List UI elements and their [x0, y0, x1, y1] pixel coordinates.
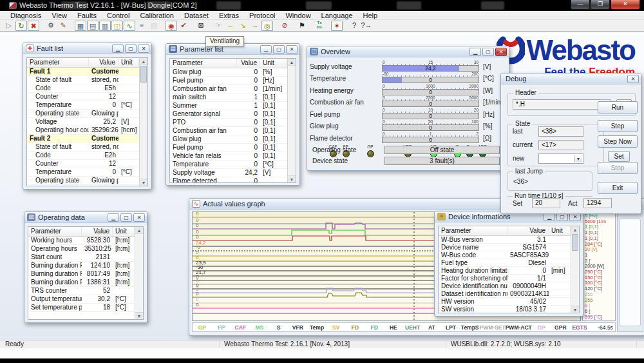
- stop-box-icon[interactable]: ⊠: [195, 21, 207, 31]
- debug-header-input[interactable]: *.H: [513, 99, 611, 110]
- table-row[interactable]: Voltage25,2[V]: [27, 185, 139, 186]
- menu-item-diagnosis[interactable]: Diagnosis: [5, 12, 46, 19]
- table-row[interactable]: Voltage25,2[V]: [27, 118, 139, 126]
- column-header-parameter[interactable]: Parameter: [170, 59, 237, 68]
- scroll-up-icon[interactable]: ▲: [571, 226, 579, 233]
- connect-icon[interactable]: ▷: [3, 21, 15, 31]
- table-row[interactable]: Fuel pump0[0,1]: [170, 144, 287, 152]
- table-row[interactable]: State of faultstored, not a...: [27, 76, 139, 84]
- table-row[interactable]: Combustion air fan0[0,1]: [170, 127, 287, 135]
- table-row[interactable]: Temperature0[°C]: [27, 101, 139, 110]
- overview-close-button[interactable]: ✕: [495, 48, 507, 56]
- scroll-down-icon[interactable]: ▼: [571, 306, 579, 313]
- table-row[interactable]: main switch1[0,1]: [170, 93, 287, 102]
- control-icon[interactable]: ⚙: [45, 21, 57, 31]
- parameter-list-close-button[interactable]: ✕: [286, 45, 298, 54]
- debug-step-now-button[interactable]: Step Now: [598, 135, 638, 148]
- table-row[interactable]: Start count2131: [28, 253, 135, 262]
- table-row[interactable]: Glow plug0[0,1]: [170, 135, 287, 144]
- table-row[interactable]: Counter12: [27, 160, 139, 168]
- scroll-up-icon[interactable]: ▲: [288, 59, 296, 66]
- refresh-icon[interactable]: ↻: [15, 21, 27, 31]
- parameter-list-maximize-button[interactable]: ▢: [273, 45, 285, 54]
- debug-runtime-set-input[interactable]: 20: [532, 198, 560, 208]
- table-scrollbar[interactable]: ▲▼: [287, 59, 296, 182]
- table-row[interactable]: Flame detected0: [170, 177, 287, 182]
- table-row[interactable]: Temperature0[°C]: [27, 168, 139, 177]
- flag-icon[interactable]: ⚑: [296, 21, 308, 31]
- manual-control-icon[interactable]: ✎: [57, 21, 69, 31]
- hand-icon[interactable]: ☞: [213, 21, 224, 31]
- table-row[interactable]: HW version45/02: [439, 298, 571, 306]
- column-header-value[interactable]: Value: [237, 59, 260, 68]
- txrx-icon[interactable]: Tx Rx: [314, 21, 325, 31]
- debug-titlebar[interactable]: Debug ✕: [501, 74, 641, 84]
- table-row[interactable]: Factor for shortening of ve...1/1: [439, 275, 571, 282]
- debug-close-button[interactable]: ✕: [627, 75, 639, 83]
- table-row[interactable]: Fuel typeDiesel: [439, 259, 571, 267]
- operating-data-minimize-button[interactable]: ▁: [108, 213, 119, 222]
- table-row[interactable]: Output temperature30,2[°C]: [28, 295, 135, 304]
- column-header-parameter[interactable]: Parameter: [439, 226, 507, 235]
- table-row[interactable]: Burning duration PH 3...8017:49[h:m]: [28, 270, 135, 279]
- back-icon[interactable]: ←: [225, 21, 236, 31]
- column-header-value[interactable]: Value: [89, 58, 118, 67]
- debug-set-button[interactable]: Set: [608, 151, 630, 162]
- scroll-down-icon[interactable]: ▼: [140, 179, 147, 186]
- table-row[interactable]: Glow plug0[%]: [170, 68, 287, 77]
- table-row[interactable]: Operating stateGlowing po...: [27, 177, 139, 185]
- scroll-down-icon[interactable]: ▼: [135, 312, 143, 319]
- debug-step-button[interactable]: Step: [598, 120, 638, 132]
- table-row[interactable]: SW version18/03 3.17: [439, 306, 571, 313]
- menu-item-extras[interactable]: Extras: [214, 12, 244, 19]
- menu-item-control[interactable]: Control: [102, 12, 135, 19]
- scroll-up-icon[interactable]: ▲: [140, 58, 147, 65]
- maximize-button[interactable]: ❐: [591, 0, 610, 10]
- column-header-value[interactable]: Value: [82, 227, 113, 236]
- debug-exit-button[interactable]: Exit: [598, 182, 638, 194]
- table-row[interactable]: W-Bus version3.1: [439, 236, 571, 244]
- table-row[interactable]: Device identification numb...09000049H: [439, 282, 571, 290]
- table-row[interactable]: CodeE2h: [27, 152, 139, 160]
- scrollbar-thumb[interactable]: [572, 234, 578, 251]
- table-row[interactable]: Temperature0[°C]: [170, 161, 287, 169]
- table-row[interactable]: Set temperature poten...18[°C]: [28, 304, 135, 312]
- table-row[interactable]: TRS counter52: [28, 287, 135, 295]
- table-row[interactable]: Dataset identification num...09003214K11: [439, 290, 571, 298]
- fault-list-maximize-button[interactable]: ▢: [125, 44, 137, 53]
- operating-data-titlebar[interactable]: ▥ Operating data ▁ ▢ ✕: [24, 212, 147, 223]
- scroll-down-icon[interactable]: ▼: [288, 175, 296, 182]
- menu-item-calibration[interactable]: Calibration: [135, 12, 179, 19]
- minimize-button[interactable]: —: [571, 0, 590, 10]
- scrollbar-thumb[interactable]: [140, 66, 147, 83]
- debug-new-dropdown[interactable]: ▼: [538, 153, 583, 164]
- table-scrollbar[interactable]: ▲▼: [571, 226, 579, 313]
- fault-list-icon[interactable]: ▦: [75, 21, 86, 31]
- graph-scrollbar[interactable]: [620, 219, 641, 326]
- table-row[interactable]: Summer1[0,1]: [170, 102, 287, 110]
- fault-list-titlebar[interactable]: ✚ Fault list ▁ ▢ ✕: [23, 43, 151, 54]
- menu-item-dataset[interactable]: Dataset: [179, 12, 214, 19]
- table-row[interactable]: Burning duration PH 6...1386:31[h:m]: [28, 279, 135, 287]
- parameter-list-minimize-button[interactable]: ▁: [260, 45, 272, 54]
- no-entry-icon[interactable]: ⊘: [279, 21, 290, 31]
- operating-data-maximize-button[interactable]: ▢: [120, 213, 132, 222]
- graph-icon[interactable]: ∿: [124, 21, 135, 31]
- parameter-list-icon[interactable]: ▤: [87, 21, 99, 31]
- table-row[interactable]: Operating hours35310:25[h:m]: [28, 245, 135, 253]
- table-row[interactable]: Operating hour counter35296:26[hcm]: [27, 126, 139, 135]
- table-row[interactable]: Counter12: [27, 93, 139, 101]
- table-row[interactable]: Operating stateGlowing po...: [27, 110, 139, 118]
- menu-item-language[interactable]: Language: [316, 12, 358, 19]
- check-icon[interactable]: ✔: [178, 21, 189, 31]
- table-row[interactable]: Generator signal0[0,1]: [170, 110, 287, 119]
- operating-data-icon[interactable]: ▥: [99, 21, 111, 31]
- overview-maximize-button[interactable]: ▢: [482, 48, 494, 56]
- table-row[interactable]: W-Bus code5A5CF85A3900: [439, 251, 571, 259]
- table-row[interactable]: CodeE5h: [27, 84, 139, 93]
- debug-run-button[interactable]: Run: [598, 101, 638, 113]
- column-header-parameter[interactable]: Parameter: [27, 58, 89, 67]
- help-icon[interactable]: ?: [348, 21, 360, 31]
- fault-list-close-button[interactable]: ✕: [138, 44, 149, 53]
- column-header-unit[interactable]: Unit: [113, 227, 135, 236]
